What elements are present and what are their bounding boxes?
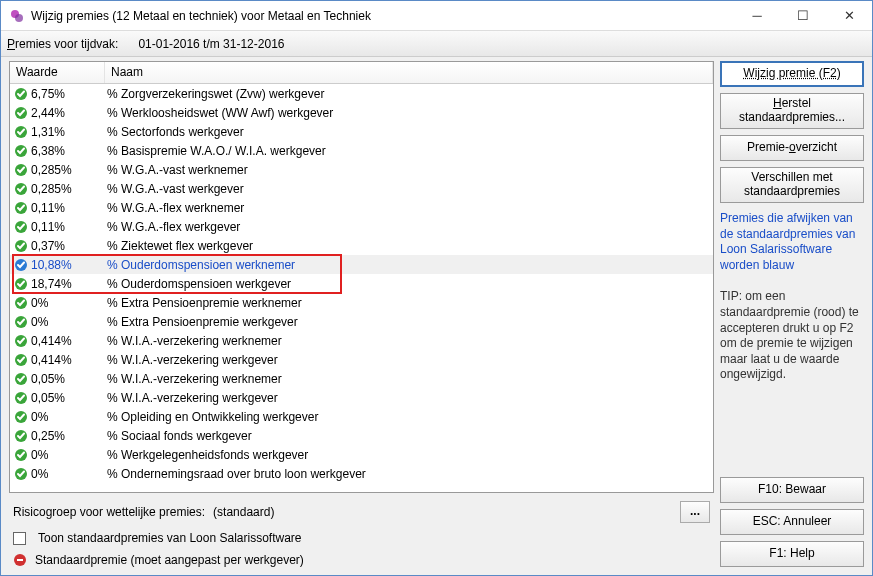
app-icon xyxy=(9,8,25,24)
esc-annuleer-button[interactable]: ESC: Annuleer xyxy=(720,509,864,535)
cell-naam: % Sectorfonds werkgever xyxy=(105,125,713,139)
cell-waarde: 0,11% xyxy=(31,201,65,215)
premie-overzicht-button[interactable]: Premie-overzicht xyxy=(720,135,864,161)
check-green-icon xyxy=(14,125,28,139)
toolbar: Premies voor tijdvak: 01-01-2016 t/m 31-… xyxy=(1,31,872,57)
titlebar: Wijzig premies (12 Metaal en techniek) v… xyxy=(1,1,872,31)
table-row[interactable]: 0,05%% W.I.A.-verzekering werkgever xyxy=(10,388,713,407)
table-row[interactable]: 0,11%% W.G.A.-flex werknemer xyxy=(10,198,713,217)
cell-naam: % W.G.A.-vast werkgever xyxy=(105,182,713,196)
close-button[interactable]: ✕ xyxy=(826,1,872,30)
herstel-standaard-button[interactable]: Herstelstandaardpremies... xyxy=(720,93,864,129)
table-row[interactable]: 0%% Opleiding en Ontwikkeling werkgever xyxy=(10,407,713,426)
check-green-icon xyxy=(14,182,28,196)
cell-naam: % Extra Pensioenpremie werknemer xyxy=(105,296,713,310)
table-row[interactable]: 0,414%% W.I.A.-verzekering werknemer xyxy=(10,331,713,350)
maximize-button[interactable]: ☐ xyxy=(780,1,826,30)
table-row[interactable]: 0,285%% W.G.A.-vast werknemer xyxy=(10,160,713,179)
table-row[interactable]: 10,88%% Ouderdomspensioen werknemer xyxy=(10,255,713,274)
grid-body[interactable]: 6,75%% Zorgverzekeringswet (Zvw) werkgev… xyxy=(10,84,713,492)
cell-naam: % Opleiding en Ontwikkeling werkgever xyxy=(105,410,713,424)
cell-naam: % W.G.A.-flex werknemer xyxy=(105,201,713,215)
verschillen-button[interactable]: Verschillen met standaardpremies xyxy=(720,167,864,203)
f10-bewaar-button[interactable]: F10: Bewaar xyxy=(720,477,864,503)
cell-waarde: 0,05% xyxy=(31,391,65,405)
minimize-button[interactable]: ─ xyxy=(734,1,780,30)
table-row[interactable]: 0,414%% W.I.A.-verzekering werkgever xyxy=(10,350,713,369)
table-row[interactable]: 2,44%% Werkloosheidswet (WW Awf) werkgev… xyxy=(10,103,713,122)
check-green-icon xyxy=(14,239,28,253)
cell-naam: % W.G.A.-vast werknemer xyxy=(105,163,713,177)
check-green-icon xyxy=(14,277,28,291)
f1-help-button[interactable]: F1: Help xyxy=(720,541,864,567)
check-green-icon xyxy=(14,410,28,424)
period-label: Premies voor tijdvak: xyxy=(7,37,118,51)
col-header-waarde[interactable]: Waarde xyxy=(10,62,105,83)
cell-naam: % Sociaal fonds werkgever xyxy=(105,429,713,443)
cell-waarde: 0,37% xyxy=(31,239,65,253)
risk-group-value: (standaard) xyxy=(213,505,274,519)
table-row[interactable]: 1,31%% Sectorfonds werkgever xyxy=(10,122,713,141)
check-blue-icon xyxy=(14,258,28,272)
cell-naam: % W.I.A.-verzekering werkgever xyxy=(105,353,713,367)
show-standard-row[interactable]: Toon standaardpremies van Loon Salarisso… xyxy=(13,531,710,545)
cell-naam: % Werkloosheidswet (WW Awf) werkgever xyxy=(105,106,713,120)
svg-point-1 xyxy=(15,14,23,22)
cell-waarde: 6,75% xyxy=(31,87,65,101)
check-green-icon xyxy=(14,296,28,310)
cell-waarde: 2,44% xyxy=(31,106,65,120)
table-row[interactable]: 0%% Werkgelegenheidsfonds werkgever xyxy=(10,445,713,464)
table-row[interactable]: 18,74%% Ouderdomspensioen werkgever xyxy=(10,274,713,293)
cell-naam: % Ziektewet flex werkgever xyxy=(105,239,713,253)
check-green-icon xyxy=(14,391,28,405)
table-row[interactable]: 0%% Extra Pensioenpremie werkgever xyxy=(10,312,713,331)
risk-group-row: Risicogroep voor wettelijke premies: (st… xyxy=(13,501,710,523)
cell-naam: % Werkgelegenheidsfonds werkgever xyxy=(105,448,713,462)
check-green-icon xyxy=(14,353,28,367)
check-green-icon xyxy=(14,315,28,329)
table-row[interactable]: 0%% Extra Pensioenpremie werknemer xyxy=(10,293,713,312)
wijzig-premie-button[interactable]: Wijzig premie (F2) xyxy=(720,61,864,87)
cell-waarde: 0,11% xyxy=(31,220,65,234)
check-green-icon xyxy=(14,163,28,177)
table-row[interactable]: 0,05%% W.I.A.-verzekering werknemer xyxy=(10,369,713,388)
check-green-icon xyxy=(14,220,28,234)
cell-naam: % W.I.A.-verzekering werknemer xyxy=(105,334,713,348)
premies-grid: Waarde Naam 6,75%% Zorgverzekeringswet (… xyxy=(9,61,714,493)
check-green-icon xyxy=(14,467,28,481)
tip-text: TIP: om een standaardpremie (rood) te ac… xyxy=(720,289,864,383)
svg-rect-24 xyxy=(17,559,23,561)
check-green-icon xyxy=(14,144,28,158)
cell-waarde: 0% xyxy=(31,410,48,424)
window-controls: ─ ☐ ✕ xyxy=(734,1,872,30)
app-window: Wijzig premies (12 Metaal en techniek) v… xyxy=(0,0,873,576)
table-row[interactable]: 6,38%% Basispremie W.A.O./ W.I.A. werkge… xyxy=(10,141,713,160)
info-blue-text: Premies die afwijken van de standaardpre… xyxy=(720,211,864,273)
check-green-icon xyxy=(14,106,28,120)
risk-group-browse-button[interactable]: ... xyxy=(680,501,710,523)
grid-header: Waarde Naam xyxy=(10,62,713,84)
table-row[interactable]: 0,25%% Sociaal fonds werkgever xyxy=(10,426,713,445)
side-panel: Wijzig premie (F2) Herstelstandaardpremi… xyxy=(714,57,872,575)
cell-naam: % Ouderdomspensioen werkgever xyxy=(105,277,713,291)
check-green-icon xyxy=(14,429,28,443)
cell-naam: % Ondernemingsraad over bruto loon werkg… xyxy=(105,467,713,481)
show-standard-label: Toon standaardpremies van Loon Salarisso… xyxy=(38,531,301,545)
cell-waarde: 0,285% xyxy=(31,182,72,196)
table-row[interactable]: 0,11%% W.G.A.-flex werkgever xyxy=(10,217,713,236)
cell-naam: % W.G.A.-flex werkgever xyxy=(105,220,713,234)
table-row[interactable]: 0,37%% Ziektewet flex werkgever xyxy=(10,236,713,255)
cell-waarde: 0,285% xyxy=(31,163,72,177)
window-title: Wijzig premies (12 Metaal en techniek) v… xyxy=(31,9,734,23)
table-row[interactable]: 0%% Ondernemingsraad over bruto loon wer… xyxy=(10,464,713,483)
cell-waarde: 1,31% xyxy=(31,125,65,139)
table-row[interactable]: 6,75%% Zorgverzekeringswet (Zvw) werkgev… xyxy=(10,84,713,103)
table-row[interactable]: 0,285%% W.G.A.-vast werkgever xyxy=(10,179,713,198)
cell-naam: % Ouderdomspensioen werknemer xyxy=(105,258,713,272)
show-standard-checkbox[interactable] xyxy=(13,532,26,545)
error-icon xyxy=(13,553,27,567)
cell-waarde: 0,414% xyxy=(31,353,72,367)
cell-naam: % W.I.A.-verzekering werknemer xyxy=(105,372,713,386)
cell-naam: % Basispremie W.A.O./ W.I.A. werkgever xyxy=(105,144,713,158)
col-header-naam[interactable]: Naam xyxy=(105,62,713,83)
